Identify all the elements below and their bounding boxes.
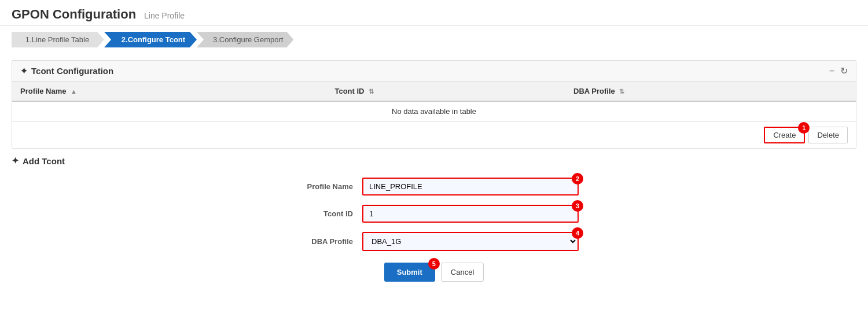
breadcrumb-steps: 1.Line Profile Table 2.Configure Tcont 3…	[0, 26, 868, 53]
profile-name-row: Profile Name 2	[289, 178, 579, 195]
col-tcont-id[interactable]: Tcont ID ⇅	[326, 82, 565, 101]
tcont-id-row: Tcont ID 3	[289, 205, 579, 223]
sort-profile-name-icon: ▲	[71, 88, 77, 95]
add-tcont-title: ✦ Add Tcont	[12, 156, 856, 172]
dba-profile-row: DBA Profile 4 DBA_1G DBA_100M DBA_10M	[289, 232, 579, 251]
col-dba-profile[interactable]: DBA Profile ⇅	[565, 82, 856, 101]
add-plugin-icon: ✦	[12, 156, 19, 166]
table-actions: 1 Create Delete	[12, 121, 856, 148]
profile-name-badge: 2	[572, 173, 583, 185]
form-area: ForoISP Profile Name 2 Tcont ID 3 DBA Pr…	[12, 172, 856, 293]
add-tcont-title-label: Add Tcont	[23, 156, 65, 166]
step-3[interactable]: 3.Configure Gemport	[197, 32, 293, 47]
dba-profile-badge: 4	[572, 227, 583, 239]
add-tcont-section: ✦ Add Tcont ForoISP Profile Name 2 Tcont…	[12, 156, 856, 293]
cancel-button[interactable]: Cancel	[441, 263, 484, 282]
col-profile-name[interactable]: Profile Name ▲	[12, 82, 326, 101]
submit-button[interactable]: Submit	[384, 263, 435, 282]
sort-tcont-id-icon: ⇅	[369, 88, 374, 95]
tcont-id-label: Tcont ID	[289, 209, 353, 218]
tcont-id-badge: 3	[572, 200, 583, 212]
profile-name-label: Profile Name	[289, 182, 353, 191]
delete-button[interactable]: Delete	[808, 127, 848, 143]
step-1[interactable]: 1.Line Profile Table	[12, 32, 104, 47]
refresh-button[interactable]: ↻	[840, 65, 848, 76]
submit-badge: 5	[428, 258, 440, 270]
profile-name-field-wrapper: 2	[362, 178, 579, 195]
page-subtitle: Line Profile	[144, 11, 185, 20]
page-header: GPON Configuration Line Profile	[0, 0, 868, 26]
dba-profile-field-wrapper: 4 DBA_1G DBA_100M DBA_10M	[362, 232, 579, 251]
tcont-id-input[interactable]	[362, 205, 579, 223]
section-title: ✦ Tcont Configuration	[20, 66, 113, 76]
submit-btn-wrapper: 5 Submit	[384, 263, 435, 282]
section-header: ✦ Tcont Configuration − ↻	[12, 61, 856, 82]
step-1-label: 1.Line Profile Table	[25, 35, 89, 44]
section-controls: − ↻	[829, 65, 848, 76]
profile-name-input[interactable]	[362, 178, 579, 195]
section-title-label: Tcont Configuration	[31, 66, 113, 76]
create-badge: 1	[798, 122, 810, 134]
table-empty-message: No data available in table	[12, 101, 856, 121]
sort-dba-profile-icon: ⇅	[619, 88, 624, 95]
table-empty-row: No data available in table	[12, 101, 856, 121]
tcont-configuration-panel: ✦ Tcont Configuration − ↻ Profile Name ▲…	[12, 60, 856, 149]
step-2[interactable]: 2.Configure Tcont	[104, 32, 197, 47]
plugin-icon: ✦	[20, 66, 28, 76]
create-btn-wrapper: 1 Create	[764, 127, 805, 143]
col-profile-name-label: Profile Name	[20, 87, 66, 95]
step-3-label: 3.Configure Gemport	[213, 35, 283, 44]
table-wrapper: Profile Name ▲ Tcont ID ⇅ DBA Profile ⇅ …	[12, 82, 856, 121]
form-actions: 5 Submit Cancel	[384, 263, 484, 282]
col-dba-profile-label: DBA Profile	[573, 87, 615, 95]
table-header-row: Profile Name ▲ Tcont ID ⇅ DBA Profile ⇅	[12, 82, 856, 101]
dba-profile-label: DBA Profile	[289, 237, 353, 246]
step-2-label: 2.Configure Tcont	[122, 35, 185, 44]
tcont-id-field-wrapper: 3	[362, 205, 579, 223]
minimize-button[interactable]: −	[829, 66, 834, 76]
tcont-table: Profile Name ▲ Tcont ID ⇅ DBA Profile ⇅ …	[12, 82, 856, 121]
col-tcont-id-label: Tcont ID	[334, 87, 364, 95]
page-title: GPON Configuration	[12, 7, 136, 21]
dba-profile-select[interactable]: DBA_1G DBA_100M DBA_10M	[362, 232, 579, 251]
